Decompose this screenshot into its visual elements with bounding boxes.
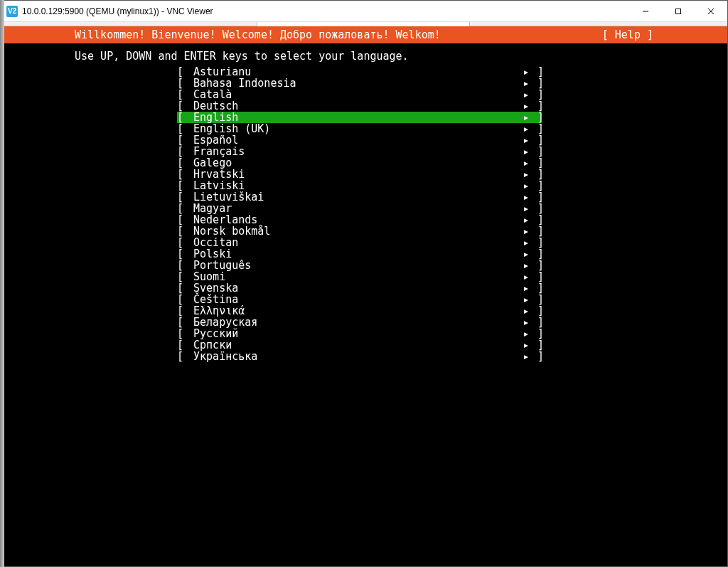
language-option[interactable]: [ Occitan▸ ] <box>177 237 541 248</box>
bracket-left: [ <box>177 317 187 328</box>
language-option[interactable]: [ Español▸ ] <box>177 134 541 146</box>
bracket-left: [ <box>177 180 187 191</box>
bracket-left: [ <box>177 328 187 339</box>
submenu-arrow-icon: ▸ <box>521 134 531 146</box>
language-option[interactable]: [ Nederlands▸ ] <box>177 214 541 226</box>
bracket-left: [ <box>177 214 187 226</box>
language-name: Asturianu <box>187 66 521 78</box>
bracket-right: ] <box>531 191 541 203</box>
language-option[interactable]: [ Asturianu▸ ] <box>177 66 541 78</box>
language-option[interactable]: [ Català▸ ] <box>177 89 541 100</box>
submenu-arrow-icon: ▸ <box>521 328 531 339</box>
language-option[interactable]: [ Svenska▸ ] <box>177 282 541 294</box>
language-name: Svenska <box>187 282 521 294</box>
minimize-button[interactable] <box>629 1 662 22</box>
submenu-arrow-icon: ▸ <box>521 305 531 317</box>
language-name: Беларуская <box>187 317 521 328</box>
bracket-right: ] <box>531 282 541 294</box>
bracket-left: [ <box>177 351 187 362</box>
submenu-arrow-icon: ▸ <box>521 180 531 191</box>
language-option[interactable]: [ Čeština▸ ] <box>177 294 541 305</box>
bracket-right: ] <box>531 203 541 214</box>
bracket-left: [ <box>177 191 187 203</box>
bracket-right: ] <box>531 169 541 180</box>
submenu-arrow-icon: ▸ <box>521 214 531 226</box>
bracket-right: ] <box>531 248 541 260</box>
language-name: Српски <box>187 339 521 351</box>
bracket-right: ] <box>531 123 541 134</box>
vnc-framebuffer[interactable]: Willkommen! Bienvenue! Welcome! Добро по… <box>1 26 727 566</box>
submenu-arrow-icon: ▸ <box>521 282 531 294</box>
bracket-right: ] <box>531 134 541 146</box>
window-titlebar[interactable]: V2 10.0.0.129:5900 (QEMU (mylinux1)) - V… <box>1 1 727 22</box>
language-list[interactable]: [ Asturianu▸ ][ Bahasa Indonesia▸ ][ Cat… <box>177 66 541 362</box>
bracket-left: [ <box>177 134 187 146</box>
language-option[interactable]: [ English (UK)▸ ] <box>177 123 541 134</box>
language-name: Lietuviškai <box>187 191 521 203</box>
submenu-arrow-icon: ▸ <box>521 78 531 89</box>
language-name: English <box>187 112 521 123</box>
language-option[interactable]: [ English▸ ] <box>177 112 541 123</box>
window-left-shadow <box>0 0 4 567</box>
language-option[interactable]: [ Українська▸ ] <box>177 351 541 362</box>
language-option[interactable]: [ Galego▸ ] <box>177 157 541 169</box>
language-option[interactable]: [ Bahasa Indonesia▸ ] <box>177 78 541 89</box>
language-option[interactable]: [ Hrvatski▸ ] <box>177 169 541 180</box>
language-name: Galego <box>187 157 521 169</box>
submenu-arrow-icon: ▸ <box>521 351 531 362</box>
vnc-viewer-window: V2 10.0.0.129:5900 (QEMU (mylinux1)) - V… <box>0 0 728 567</box>
bracket-left: [ <box>177 169 187 180</box>
language-name: Ελληνικά <box>187 305 521 317</box>
submenu-arrow-icon: ▸ <box>521 317 531 328</box>
language-option[interactable]: [ Русский▸ ] <box>177 328 541 339</box>
bracket-left: [ <box>177 226 187 237</box>
language-name: Suomi <box>187 271 521 282</box>
maximize-button[interactable] <box>662 1 695 22</box>
language-option[interactable]: [ Magyar▸ ] <box>177 203 541 214</box>
bracket-right: ] <box>531 339 541 351</box>
language-option[interactable]: [ Deutsch▸ ] <box>177 100 541 112</box>
language-name: Magyar <box>187 203 521 214</box>
language-option[interactable]: [ Српски▸ ] <box>177 339 541 351</box>
language-option[interactable]: [ Norsk bokmål▸ ] <box>177 226 541 237</box>
bracket-left: [ <box>177 157 187 169</box>
bracket-right: ] <box>531 260 541 271</box>
vnc-app-icon: V2 <box>6 6 18 17</box>
language-option[interactable]: [ Lietuviškai▸ ] <box>177 191 541 203</box>
submenu-arrow-icon: ▸ <box>521 203 531 214</box>
bracket-right: ] <box>531 157 541 169</box>
language-name: Català <box>187 89 521 100</box>
language-option[interactable]: [ Português▸ ] <box>177 260 541 271</box>
language-option[interactable]: [ Français▸ ] <box>177 146 541 157</box>
bracket-left: [ <box>177 339 187 351</box>
language-name: Deutsch <box>187 100 521 112</box>
bracket-left: [ <box>177 123 187 134</box>
bracket-right: ] <box>531 78 541 89</box>
bracket-right: ] <box>531 294 541 305</box>
help-button[interactable]: [ Help ] <box>602 29 653 41</box>
welcome-text: Willkommen! Bienvenue! Welcome! Добро по… <box>75 29 441 41</box>
language-option[interactable]: [ Polski▸ ] <box>177 248 541 260</box>
language-option[interactable]: [ Ελληνικά▸ ] <box>177 305 541 317</box>
language-option[interactable]: [ Беларуская▸ ] <box>177 317 541 328</box>
close-button[interactable] <box>695 1 727 22</box>
language-option[interactable]: [ Suomi▸ ] <box>177 271 541 282</box>
language-option[interactable]: [ Latviski▸ ] <box>177 180 541 191</box>
language-name: Polski <box>187 248 521 260</box>
language-name: Português <box>187 260 521 271</box>
bracket-right: ] <box>531 100 541 112</box>
submenu-arrow-icon: ▸ <box>521 248 531 260</box>
bracket-right: ] <box>531 89 541 100</box>
bracket-left: [ <box>177 100 187 112</box>
submenu-arrow-icon: ▸ <box>521 112 531 123</box>
submenu-arrow-icon: ▸ <box>521 123 531 134</box>
bracket-left: [ <box>177 271 187 282</box>
language-name: Nederlands <box>187 214 521 226</box>
bracket-right: ] <box>531 146 541 157</box>
submenu-arrow-icon: ▸ <box>521 169 531 180</box>
bracket-left: [ <box>177 282 187 294</box>
bracket-left: [ <box>177 203 187 214</box>
submenu-arrow-icon: ▸ <box>521 260 531 271</box>
submenu-arrow-icon: ▸ <box>521 89 531 100</box>
submenu-arrow-icon: ▸ <box>521 100 531 112</box>
